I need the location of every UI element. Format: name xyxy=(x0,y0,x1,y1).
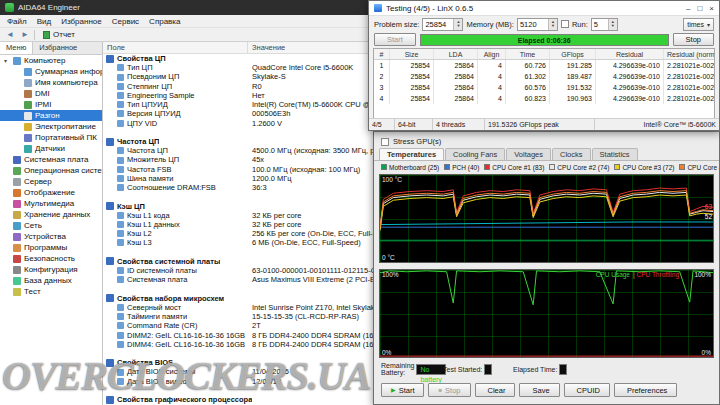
column-header-field[interactable]: Поле xyxy=(103,42,248,53)
result-residual-norm: 2.281021e-002 xyxy=(664,93,714,104)
field-icon xyxy=(106,55,114,63)
memory-stepper xyxy=(517,18,558,31)
tab-voltages[interactable]: Voltages xyxy=(506,148,551,160)
run-count-input[interactable] xyxy=(592,19,608,30)
forward-icon[interactable]: ► xyxy=(19,30,31,39)
maximize-button[interactable]: □ xyxy=(697,4,702,13)
legend-item[interactable]: CPU Core #4 (74) xyxy=(679,164,719,171)
aida64-content: Поле Значение Свойства ЦП Тип ЦП xyxy=(103,42,391,405)
tree-item-label: Хранение данных xyxy=(24,210,90,219)
stress-gpu-label: Stress GPU(s) xyxy=(393,137,441,146)
legend-label: PCH (40) xyxy=(452,164,479,171)
tree-item[interactable]: Безопасность xyxy=(0,253,102,264)
stability-preferences-button[interactable]: Preferences xyxy=(614,383,677,397)
tab-statistics[interactable]: Statistics xyxy=(592,148,638,160)
tree-item[interactable]: Датчики xyxy=(0,143,102,154)
results-header-cell[interactable]: Residual xyxy=(596,49,664,59)
column-headers: Поле Значение xyxy=(103,42,391,54)
spinner-arrows-icon[interactable] xyxy=(608,19,617,30)
aida64-titlebar[interactable]: AIDA64 Engineer xyxy=(0,0,391,15)
tree-item[interactable]: Устройства xyxy=(0,231,102,242)
legend-item[interactable]: CPU Core #3 (72) xyxy=(614,164,674,171)
tree-item-icon xyxy=(13,288,21,296)
tree-item-label: База данных xyxy=(24,276,72,285)
stability-clear-button[interactable]: Clear xyxy=(475,383,516,397)
legend-item[interactable]: PCH (40) xyxy=(444,164,479,171)
linx-stop-button[interactable]: Stop xyxy=(673,33,714,46)
stress-gpu-checkbox[interactable] xyxy=(381,138,389,146)
result-size: 25854 xyxy=(390,82,434,93)
stability-start-button[interactable]: ▶ Start xyxy=(381,383,424,397)
status-segment: 4/5 xyxy=(369,119,395,130)
column-header-value[interactable]: Значение xyxy=(248,43,285,52)
tree-item[interactable]: База данных xyxy=(0,275,102,286)
report-button[interactable]: Отчет xyxy=(38,29,80,41)
temperature-2-line xyxy=(380,222,713,225)
legend-item[interactable]: CPU Core #1 (83) xyxy=(484,164,544,171)
tree-item[interactable]: Мультимедиа xyxy=(0,198,102,209)
results-header-cell[interactable]: GFlops xyxy=(550,49,596,59)
memory-input[interactable] xyxy=(518,19,548,30)
tree-item[interactable]: Операционная система xyxy=(0,165,102,176)
close-button[interactable]: × xyxy=(709,4,714,13)
menu-favorites[interactable]: Избранное xyxy=(56,17,107,26)
info-row: Engineering Sample Нет xyxy=(103,91,391,100)
tab-cooling-fans[interactable]: Cooling Fans xyxy=(445,148,505,160)
problem-size-input[interactable] xyxy=(423,19,453,30)
all-memory-checkbox[interactable] xyxy=(561,20,569,28)
tree-item[interactable]: IPMI xyxy=(0,99,102,110)
legend-item[interactable]: CPU Core #2 (74) xyxy=(549,164,609,171)
stability-save-button[interactable]: Save xyxy=(519,383,559,397)
menu-file[interactable]: Файл xyxy=(2,17,32,26)
tab-clocks[interactable]: Clocks xyxy=(552,148,591,160)
tree-item[interactable]: Программы xyxy=(0,242,102,253)
tree-item[interactable]: Имя компьютера xyxy=(0,77,102,88)
tree-item[interactable]: Электропитание xyxy=(0,121,102,132)
sidebar-tab-favorites[interactable]: Избранное xyxy=(33,42,83,54)
results-header-cell[interactable]: Time xyxy=(506,49,550,59)
legend-item[interactable]: Motherboard (25) xyxy=(381,164,439,171)
results-header-cell[interactable]: Residual (norm.) xyxy=(664,49,714,59)
tree-item[interactable]: Отображение xyxy=(0,187,102,198)
tree-item[interactable]: Хранение данных xyxy=(0,209,102,220)
tree-item[interactable]: Суммарная информация xyxy=(0,66,102,77)
tree-item[interactable]: DMI xyxy=(0,88,102,99)
tree-item-icon xyxy=(24,79,32,87)
tree-item-label: Разгон xyxy=(35,111,60,120)
stability-cpuid-button[interactable]: CPUID xyxy=(564,383,610,397)
tree-item[interactable]: Сеть xyxy=(0,220,102,231)
back-icon[interactable]: ◄ xyxy=(4,30,16,39)
stability-stop-button[interactable]: ■ Stop xyxy=(428,383,470,397)
result-gflops: 191.285 xyxy=(550,60,596,71)
tree-item[interactable]: Сервер xyxy=(0,176,102,187)
minimize-button[interactable]: – xyxy=(686,4,690,13)
results-header-cell[interactable]: Size xyxy=(390,49,434,59)
menu-help[interactable]: Справка xyxy=(144,17,185,26)
spinner-arrows-icon[interactable] xyxy=(548,19,557,30)
results-header-cell[interactable]: LDA xyxy=(434,49,478,59)
tree-item[interactable]: Конфигурация xyxy=(0,264,102,275)
tree-item[interactable]: Разгон xyxy=(0,110,102,121)
field-icon xyxy=(117,120,124,127)
tree-item[interactable]: Портативный ПК xyxy=(0,132,102,143)
field-icon xyxy=(117,341,124,348)
menu-view[interactable]: Вид xyxy=(32,17,56,26)
cpu-core-3-line xyxy=(380,195,713,231)
run-unit-select[interactable]: times xyxy=(683,18,714,31)
linx-titlebar[interactable]: Testing (4/5) - LinX 0.6.5 – □ × xyxy=(369,1,719,16)
tree-item[interactable]: ▾ Компьютер xyxy=(0,55,102,66)
info-row: Command Rate (CR) 2T xyxy=(103,321,391,330)
tab-temperatures[interactable]: Temperatures xyxy=(379,148,444,160)
tree-item[interactable]: Системная плата xyxy=(0,154,102,165)
field-label: Версия ЦПУИД xyxy=(127,109,181,118)
results-header-cell[interactable]: Align xyxy=(478,49,506,59)
sidebar-tab-menu[interactable]: Меню xyxy=(0,42,33,54)
linx-start-button[interactable]: Start xyxy=(374,33,416,46)
field-value: 2T xyxy=(248,321,391,330)
results-header-cell[interactable]: # xyxy=(374,49,390,59)
menu-tools[interactable]: Сервис xyxy=(107,17,144,26)
result-gflops: 191.532 xyxy=(550,82,596,93)
tree-item[interactable]: Тест xyxy=(0,286,102,297)
info-row: Свойства графического процессора xyxy=(103,395,391,404)
spinner-arrows-icon[interactable] xyxy=(453,19,462,30)
